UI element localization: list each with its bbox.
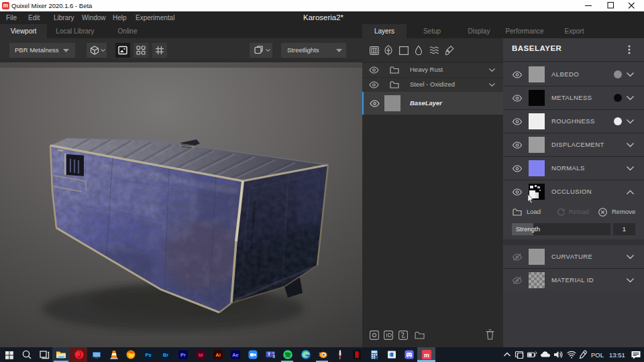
svg-text:T: T	[268, 352, 270, 357]
svg-text:Ai: Ai	[215, 352, 221, 358]
svg-text:Id: Id	[199, 352, 203, 358]
svg-text:Pr: Pr	[180, 352, 186, 358]
svg-text:Br: Br	[163, 352, 168, 358]
svg-text:Ps: Ps	[145, 352, 151, 358]
svg-text:m: m	[424, 352, 429, 359]
svg-text:Ae: Ae	[232, 352, 239, 358]
